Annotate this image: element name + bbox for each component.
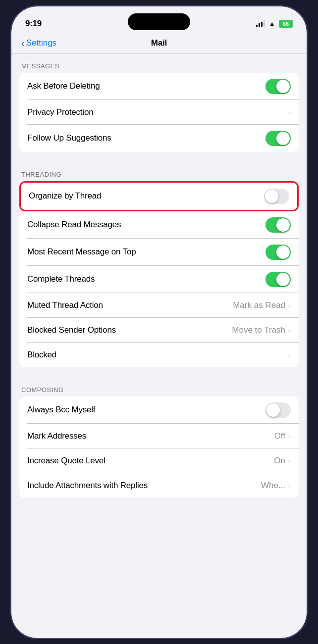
always-bcc-myself-label: Always Bcc Myself (27, 405, 95, 415)
follow-up-suggestions-row[interactable]: Follow Up Suggestions (19, 125, 299, 152)
collapse-read-messages-row[interactable]: Collapse Read Messages (19, 211, 299, 239)
increase-quote-level-value: On (274, 456, 285, 466)
follow-up-suggestions-label: Follow Up Suggestions (27, 133, 111, 143)
mark-addresses-label: Mark Addresses (27, 431, 86, 441)
back-label: Settings (26, 38, 56, 48)
organize-by-thread-highlight: Organize by Thread (19, 181, 299, 211)
organize-by-thread-row[interactable]: Organize by Thread (21, 183, 297, 210)
scroll-content: MESSAGES Ask Before Deleting Privacy Pro… (11, 53, 307, 631)
follow-up-suggestions-toggle[interactable] (265, 131, 291, 146)
ask-before-deleting-label: Ask Before Deleting (27, 81, 100, 91)
blocked-sender-options-label: Blocked Sender Options (27, 325, 116, 335)
chevron-right-icon: › (288, 481, 291, 490)
composing-group: Always Bcc Myself Mark Addresses Off › I… (19, 396, 299, 498)
blocked-sender-options-row[interactable]: Blocked Sender Options Move to Trash › (19, 318, 299, 343)
ask-before-deleting-row[interactable]: Ask Before Deleting (19, 73, 299, 100)
most-recent-message-label: Most Recent Message on Top (27, 247, 136, 257)
chevron-right-icon: › (288, 108, 291, 116)
privacy-protection-right: › (288, 108, 291, 116)
toggle-knob (276, 218, 290, 232)
chevron-right-icon: › (288, 326, 291, 334)
chevron-right-icon: › (288, 350, 291, 359)
include-attachments-label: Include Attachments with Replies (27, 481, 148, 491)
collapse-read-messages-toggle[interactable] (265, 217, 291, 233)
toggle-knob (276, 132, 290, 145)
phone-frame: 9:19 ▲ 66 ‹ Settings Mail (10, 5, 308, 639)
back-chevron-icon: ‹ (21, 38, 25, 48)
complete-threads-row[interactable]: Complete Threads (19, 266, 299, 293)
muted-thread-action-value: Mark as Read (233, 300, 285, 310)
nav-bar: ‹ Settings Mail (11, 35, 307, 53)
chevron-right-icon: › (288, 432, 291, 440)
muted-thread-action-right: Mark as Read › (233, 300, 291, 310)
ask-before-deleting-toggle[interactable] (265, 79, 291, 94)
complete-threads-toggle[interactable] (265, 272, 291, 287)
privacy-protection-row[interactable]: Privacy Protection › (19, 100, 299, 125)
mark-addresses-value: Off (274, 431, 285, 441)
muted-thread-action-label: Muted Thread Action (27, 300, 103, 310)
threading-rest-group: Collapse Read Messages Most Recent Messa… (19, 211, 299, 367)
messages-group: Ask Before Deleting Privacy Protection ›… (19, 73, 299, 152)
status-time: 9:19 (25, 19, 42, 29)
mark-addresses-row[interactable]: Mark Addresses Off › (19, 424, 299, 448)
muted-thread-action-row[interactable]: Muted Thread Action Mark as Read › (19, 293, 299, 318)
chevron-right-icon: › (288, 456, 291, 465)
always-bcc-myself-toggle[interactable] (265, 402, 291, 418)
toggle-knob (276, 273, 290, 286)
toggle-knob (265, 190, 278, 203)
blocked-sender-options-value: Move to Trash (232, 325, 285, 335)
messages-section-header: MESSAGES (11, 53, 307, 73)
phone-screen: 9:19 ▲ 66 ‹ Settings Mail (11, 6, 307, 638)
include-attachments-value: Whe... (261, 481, 285, 491)
increase-quote-level-row[interactable]: Increase Quote Level On › (19, 448, 299, 473)
include-attachments-row[interactable]: Include Attachments with Replies Whe... … (19, 473, 299, 498)
blocked-label: Blocked (27, 350, 56, 360)
most-recent-message-toggle[interactable] (265, 245, 291, 260)
chevron-right-icon: › (288, 301, 291, 309)
mark-addresses-right: Off › (274, 431, 291, 441)
page-title: Mail (151, 38, 167, 48)
blocked-right: › (288, 350, 291, 359)
back-button[interactable]: ‹ Settings (21, 38, 56, 48)
always-bcc-myself-row[interactable]: Always Bcc Myself (19, 396, 299, 424)
privacy-protection-label: Privacy Protection (27, 107, 93, 117)
threading-section-header: THREADING (11, 162, 307, 181)
status-icons: ▲ 66 (256, 20, 293, 28)
blocked-row[interactable]: Blocked › (19, 343, 299, 367)
complete-threads-label: Complete Threads (27, 274, 95, 284)
dynamic-island (128, 13, 190, 30)
wifi-icon: ▲ (268, 20, 275, 28)
most-recent-message-row[interactable]: Most Recent Message on Top (19, 239, 299, 266)
toggle-knob (276, 80, 290, 93)
include-attachments-right: Whe... › (261, 481, 291, 491)
increase-quote-level-label: Increase Quote Level (27, 456, 106, 466)
organize-by-thread-toggle[interactable] (264, 189, 289, 204)
toggle-knob (276, 246, 290, 259)
collapse-read-messages-label: Collapse Read Messages (27, 220, 121, 230)
composing-section-header: COMPOSING (11, 377, 307, 396)
battery-icon: 66 (279, 20, 293, 28)
blocked-sender-options-right: Move to Trash › (232, 325, 291, 335)
organize-by-thread-label: Organize by Thread (29, 191, 101, 201)
increase-quote-level-right: On › (274, 456, 291, 466)
toggle-knob (266, 403, 280, 417)
signal-icon (256, 20, 265, 27)
